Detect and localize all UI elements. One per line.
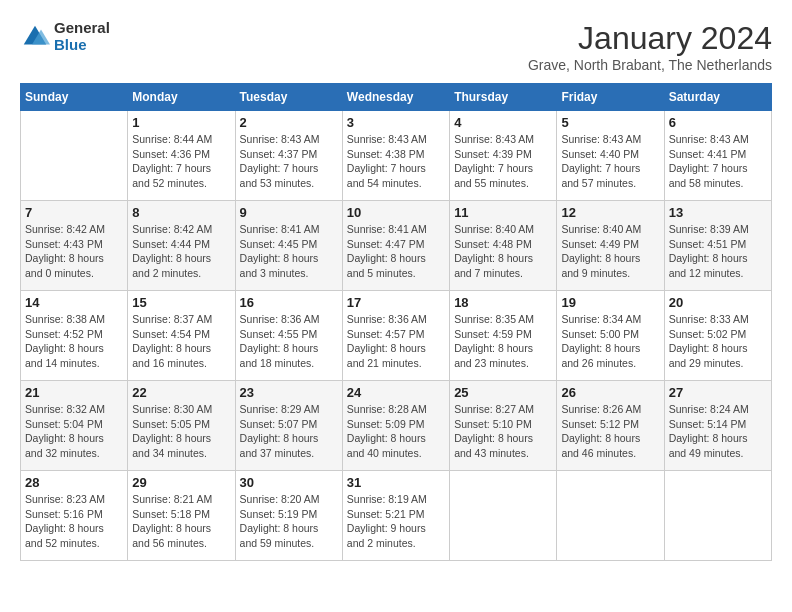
day-cell: 5Sunrise: 8:43 AM Sunset: 4:40 PM Daylig… <box>557 111 664 201</box>
header-sunday: Sunday <box>21 84 128 111</box>
day-number: 3 <box>347 115 445 130</box>
day-info: Sunrise: 8:27 AM Sunset: 5:10 PM Dayligh… <box>454 402 552 461</box>
day-info: Sunrise: 8:41 AM Sunset: 4:47 PM Dayligh… <box>347 222 445 281</box>
day-number: 24 <box>347 385 445 400</box>
day-cell: 29Sunrise: 8:21 AM Sunset: 5:18 PM Dayli… <box>128 471 235 561</box>
day-cell: 22Sunrise: 8:30 AM Sunset: 5:05 PM Dayli… <box>128 381 235 471</box>
location-subtitle: Grave, North Brabant, The Netherlands <box>528 57 772 73</box>
day-number: 26 <box>561 385 659 400</box>
header-monday: Monday <box>128 84 235 111</box>
day-info: Sunrise: 8:29 AM Sunset: 5:07 PM Dayligh… <box>240 402 338 461</box>
day-number: 11 <box>454 205 552 220</box>
day-number: 6 <box>669 115 767 130</box>
day-info: Sunrise: 8:43 AM Sunset: 4:40 PM Dayligh… <box>561 132 659 191</box>
day-cell: 6Sunrise: 8:43 AM Sunset: 4:41 PM Daylig… <box>664 111 771 201</box>
logo-text: General Blue <box>54 20 110 53</box>
day-info: Sunrise: 8:28 AM Sunset: 5:09 PM Dayligh… <box>347 402 445 461</box>
logo: General Blue <box>20 20 110 53</box>
day-number: 20 <box>669 295 767 310</box>
day-number: 28 <box>25 475 123 490</box>
day-cell <box>664 471 771 561</box>
day-number: 30 <box>240 475 338 490</box>
day-info: Sunrise: 8:39 AM Sunset: 4:51 PM Dayligh… <box>669 222 767 281</box>
day-cell <box>21 111 128 201</box>
day-cell: 16Sunrise: 8:36 AM Sunset: 4:55 PM Dayli… <box>235 291 342 381</box>
logo-icon <box>20 22 50 52</box>
header-saturday: Saturday <box>664 84 771 111</box>
day-number: 17 <box>347 295 445 310</box>
day-cell: 10Sunrise: 8:41 AM Sunset: 4:47 PM Dayli… <box>342 201 449 291</box>
day-info: Sunrise: 8:33 AM Sunset: 5:02 PM Dayligh… <box>669 312 767 371</box>
day-cell: 4Sunrise: 8:43 AM Sunset: 4:39 PM Daylig… <box>450 111 557 201</box>
day-info: Sunrise: 8:43 AM Sunset: 4:41 PM Dayligh… <box>669 132 767 191</box>
day-number: 7 <box>25 205 123 220</box>
day-number: 19 <box>561 295 659 310</box>
week-row-1: 1Sunrise: 8:44 AM Sunset: 4:36 PM Daylig… <box>21 111 772 201</box>
day-number: 21 <box>25 385 123 400</box>
day-info: Sunrise: 8:40 AM Sunset: 4:49 PM Dayligh… <box>561 222 659 281</box>
day-cell <box>557 471 664 561</box>
day-cell: 12Sunrise: 8:40 AM Sunset: 4:49 PM Dayli… <box>557 201 664 291</box>
logo-blue: Blue <box>54 37 110 54</box>
day-info: Sunrise: 8:30 AM Sunset: 5:05 PM Dayligh… <box>132 402 230 461</box>
page-header: General Blue January 2024 Grave, North B… <box>20 20 772 73</box>
day-info: Sunrise: 8:26 AM Sunset: 5:12 PM Dayligh… <box>561 402 659 461</box>
day-info: Sunrise: 8:20 AM Sunset: 5:19 PM Dayligh… <box>240 492 338 551</box>
day-cell: 20Sunrise: 8:33 AM Sunset: 5:02 PM Dayli… <box>664 291 771 381</box>
calendar-table: SundayMondayTuesdayWednesdayThursdayFrid… <box>20 83 772 561</box>
day-cell: 14Sunrise: 8:38 AM Sunset: 4:52 PM Dayli… <box>21 291 128 381</box>
day-number: 15 <box>132 295 230 310</box>
day-info: Sunrise: 8:24 AM Sunset: 5:14 PM Dayligh… <box>669 402 767 461</box>
day-cell: 28Sunrise: 8:23 AM Sunset: 5:16 PM Dayli… <box>21 471 128 561</box>
day-info: Sunrise: 8:37 AM Sunset: 4:54 PM Dayligh… <box>132 312 230 371</box>
day-info: Sunrise: 8:41 AM Sunset: 4:45 PM Dayligh… <box>240 222 338 281</box>
day-number: 29 <box>132 475 230 490</box>
day-cell: 1Sunrise: 8:44 AM Sunset: 4:36 PM Daylig… <box>128 111 235 201</box>
day-number: 2 <box>240 115 338 130</box>
header-wednesday: Wednesday <box>342 84 449 111</box>
day-cell: 23Sunrise: 8:29 AM Sunset: 5:07 PM Dayli… <box>235 381 342 471</box>
day-cell: 27Sunrise: 8:24 AM Sunset: 5:14 PM Dayli… <box>664 381 771 471</box>
day-number: 8 <box>132 205 230 220</box>
day-cell: 31Sunrise: 8:19 AM Sunset: 5:21 PM Dayli… <box>342 471 449 561</box>
day-info: Sunrise: 8:42 AM Sunset: 4:43 PM Dayligh… <box>25 222 123 281</box>
title-block: January 2024 Grave, North Brabant, The N… <box>528 20 772 73</box>
day-number: 31 <box>347 475 445 490</box>
day-info: Sunrise: 8:44 AM Sunset: 4:36 PM Dayligh… <box>132 132 230 191</box>
day-info: Sunrise: 8:43 AM Sunset: 4:38 PM Dayligh… <box>347 132 445 191</box>
day-number: 16 <box>240 295 338 310</box>
day-cell: 21Sunrise: 8:32 AM Sunset: 5:04 PM Dayli… <box>21 381 128 471</box>
day-cell: 19Sunrise: 8:34 AM Sunset: 5:00 PM Dayli… <box>557 291 664 381</box>
day-info: Sunrise: 8:43 AM Sunset: 4:37 PM Dayligh… <box>240 132 338 191</box>
day-cell: 25Sunrise: 8:27 AM Sunset: 5:10 PM Dayli… <box>450 381 557 471</box>
day-number: 4 <box>454 115 552 130</box>
header-tuesday: Tuesday <box>235 84 342 111</box>
day-cell: 2Sunrise: 8:43 AM Sunset: 4:37 PM Daylig… <box>235 111 342 201</box>
day-number: 25 <box>454 385 552 400</box>
day-info: Sunrise: 8:21 AM Sunset: 5:18 PM Dayligh… <box>132 492 230 551</box>
day-info: Sunrise: 8:34 AM Sunset: 5:00 PM Dayligh… <box>561 312 659 371</box>
month-year-title: January 2024 <box>528 20 772 57</box>
day-number: 27 <box>669 385 767 400</box>
day-number: 1 <box>132 115 230 130</box>
day-cell: 30Sunrise: 8:20 AM Sunset: 5:19 PM Dayli… <box>235 471 342 561</box>
day-cell <box>450 471 557 561</box>
calendar-header-row: SundayMondayTuesdayWednesdayThursdayFrid… <box>21 84 772 111</box>
day-number: 18 <box>454 295 552 310</box>
day-info: Sunrise: 8:38 AM Sunset: 4:52 PM Dayligh… <box>25 312 123 371</box>
day-number: 10 <box>347 205 445 220</box>
day-cell: 7Sunrise: 8:42 AM Sunset: 4:43 PM Daylig… <box>21 201 128 291</box>
day-info: Sunrise: 8:23 AM Sunset: 5:16 PM Dayligh… <box>25 492 123 551</box>
day-info: Sunrise: 8:36 AM Sunset: 4:57 PM Dayligh… <box>347 312 445 371</box>
day-cell: 26Sunrise: 8:26 AM Sunset: 5:12 PM Dayli… <box>557 381 664 471</box>
day-info: Sunrise: 8:32 AM Sunset: 5:04 PM Dayligh… <box>25 402 123 461</box>
day-number: 13 <box>669 205 767 220</box>
header-friday: Friday <box>557 84 664 111</box>
day-cell: 13Sunrise: 8:39 AM Sunset: 4:51 PM Dayli… <box>664 201 771 291</box>
day-number: 14 <box>25 295 123 310</box>
day-info: Sunrise: 8:36 AM Sunset: 4:55 PM Dayligh… <box>240 312 338 371</box>
day-cell: 11Sunrise: 8:40 AM Sunset: 4:48 PM Dayli… <box>450 201 557 291</box>
day-cell: 24Sunrise: 8:28 AM Sunset: 5:09 PM Dayli… <box>342 381 449 471</box>
week-row-2: 7Sunrise: 8:42 AM Sunset: 4:43 PM Daylig… <box>21 201 772 291</box>
day-info: Sunrise: 8:42 AM Sunset: 4:44 PM Dayligh… <box>132 222 230 281</box>
